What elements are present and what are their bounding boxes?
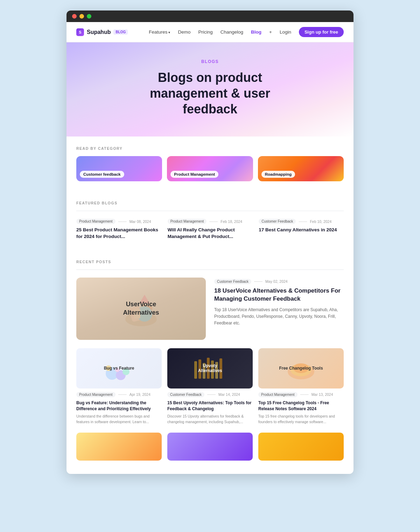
small-post-dash-1: —— <box>118 392 127 397</box>
bottom-thumb-grid <box>76 433 344 464</box>
featured-post-meta: Customer Feedback —— May 02, 2024 <box>214 279 344 284</box>
featured-post-title: 18 UserVoice Alternatives & Competitors … <box>214 287 344 303</box>
signup-button[interactable]: Sign up for free <box>299 27 344 37</box>
featured-dash-2: —— <box>209 219 218 224</box>
nav-blog[interactable]: Blog <box>251 29 261 35</box>
small-img-label-1: Bug vs Feature <box>101 366 137 371</box>
small-post-excerpt-1: Understand the difference between bugs a… <box>76 414 162 425</box>
small-post-date-2: Mar 14, 2024 <box>218 392 240 397</box>
small-post-meta-2: Customer Feedback —— Mar 14, 2024 <box>167 392 253 397</box>
featured-title-3: 17 Best Canny Alternatives in 2024 <box>259 227 344 233</box>
featured-big-post[interactable]: UserVoice Alternatives Customer Feedback… <box>76 278 344 340</box>
featured-item-1[interactable]: Product Management —— Mar 08, 2024 25 Be… <box>76 219 161 240</box>
small-post-title-2: 15 Best Upvoty Alternatives: Top Tools f… <box>167 400 253 412</box>
post-image-text: UserVoice Alternatives <box>123 300 159 317</box>
close-dot[interactable] <box>72 14 77 19</box>
small-post-date-1: Apr 19, 2024 <box>130 392 150 397</box>
featured-badge-1: Product Management <box>76 219 115 224</box>
nav-links: Features Demo Pricing Changelog Blog + L… <box>149 27 344 37</box>
featured-post-dash: —— <box>254 279 262 284</box>
small-img-label-2: Upvoty Alternatives <box>195 363 225 373</box>
browser-chrome <box>66 10 354 22</box>
bottom-thumb-2[interactable] <box>167 433 253 461</box>
category-card-feedback[interactable]: Customer feedback <box>76 156 162 181</box>
bottom-thumb-3[interactable] <box>258 433 344 461</box>
hero-label: BLOGS <box>76 59 344 64</box>
small-post-badge-1: Product Management <box>76 392 115 397</box>
category-section-label: READ BY CATEGORY <box>76 146 344 150</box>
hero-section: BLOGS Blogs on product management & user… <box>66 42 354 136</box>
category-bg-2: Product Management <box>167 156 253 181</box>
featured-post-badge: Customer Feedback <box>214 279 251 284</box>
recent-section: RECENT POSTS UserVoice Alternatives <box>66 250 354 474</box>
small-img-label-3: Free Changelog Tools <box>276 366 326 371</box>
featured-meta-3: Customer Feedback —— Feb 10, 2024 <box>259 219 344 224</box>
featured-item-2[interactable]: Product Management —— Feb 18, 2024 Will … <box>168 219 253 240</box>
small-post-meta-3: Product Management —— Mar 13, 2024 <box>258 392 344 397</box>
featured-grid: Product Management —— Mar 08, 2024 25 Be… <box>76 219 344 240</box>
featured-post-content: Customer Feedback —— May 02, 2024 18 Use… <box>214 278 344 327</box>
category-pill-3: Roadmapping <box>261 171 295 178</box>
small-post-img-2: Upvoty Alternatives <box>167 348 253 388</box>
featured-badge-2: Product Management <box>168 219 207 224</box>
featured-section: FEATURED BLOGS Product Management —— Mar… <box>66 191 354 250</box>
featured-section-label: FEATURED BLOGS <box>76 201 344 205</box>
featured-post-image: UserVoice Alternatives <box>76 278 206 340</box>
nav-badge: BLOG <box>113 29 128 35</box>
small-post-img-1: Bug vs Feature <box>76 348 162 388</box>
login-button[interactable]: Login <box>280 29 291 35</box>
minimize-dot[interactable] <box>79 14 84 19</box>
nav-pricing[interactable]: Pricing <box>198 29 212 35</box>
featured-post-date: May 02, 2024 <box>265 279 288 284</box>
small-post-img-3: Free Changelog Tools <box>258 348 344 388</box>
maximize-dot[interactable] <box>87 14 91 19</box>
nav-changelog[interactable]: Changelog <box>220 29 243 35</box>
small-post-3[interactable]: Free Changelog Tools Product Management … <box>258 348 344 425</box>
category-pill-2: Product Management <box>170 171 218 178</box>
nav-logo[interactable]: S Supahub BLOG <box>76 28 128 36</box>
category-bg-1: Customer feedback <box>76 156 162 181</box>
featured-divider <box>76 211 344 211</box>
featured-meta-2: Product Management —— Feb 18, 2024 <box>168 219 253 224</box>
bottom-thumb-1[interactable] <box>76 433 162 461</box>
featured-meta-1: Product Management —— Mar 08, 2024 <box>76 219 161 224</box>
recent-section-label: RECENT POSTS <box>76 260 344 264</box>
featured-title-2: Will AI Really Change Product Management… <box>168 227 253 240</box>
featured-item-3[interactable]: Customer Feedback —— Feb 10, 2024 17 Bes… <box>259 219 344 240</box>
recent-divider <box>76 270 344 270</box>
small-post-badge-3: Product Management <box>258 392 298 397</box>
category-card-product[interactable]: Product Management <box>167 156 253 181</box>
navbar: S Supahub BLOG Features Demo Pricing Cha… <box>66 22 354 42</box>
category-card-roadmap[interactable]: Roadmapping <box>258 156 344 181</box>
small-post-date-3: Mar 13, 2024 <box>312 392 333 397</box>
post-img-title: UserVoice Alternatives <box>123 300 159 317</box>
category-pill-1: Customer feedback <box>80 171 124 178</box>
nav-features[interactable]: Features <box>149 29 170 35</box>
featured-date-1: Mar 08, 2024 <box>130 219 151 224</box>
featured-title-1: 25 Best Product Management Books for 202… <box>76 227 161 240</box>
small-post-title-3: Top 15 Free Changelog Tools - Free Relea… <box>258 400 344 412</box>
small-post-excerpt-2: Discover 15 Upvoty alternatives for feed… <box>167 414 253 425</box>
featured-dash-1: —— <box>118 219 127 224</box>
logo-icon: S <box>76 28 84 36</box>
nav-demo[interactable]: Demo <box>178 29 190 35</box>
small-post-1[interactable]: Bug vs Feature Product Management —— Apr… <box>76 348 162 425</box>
small-post-excerpt-3: Top 15 free changelog tools for develope… <box>258 414 344 425</box>
small-post-title-1: Bug vs Feature: Understanding the Differ… <box>76 400 162 412</box>
featured-badge-3: Customer Feedback <box>259 219 296 224</box>
small-post-dash-2: —— <box>207 392 216 397</box>
hero-title: Blogs on product management & user feedb… <box>126 70 294 117</box>
featured-post-excerpt: Top 18 UserVoice Alternatives and Compet… <box>214 307 344 327</box>
small-post-dash-3: —— <box>300 392 309 397</box>
featured-date-2: Feb 18, 2024 <box>220 219 242 224</box>
category-section: READ BY CATEGORY Customer feedback Produ… <box>66 136 354 191</box>
category-bg-3: Roadmapping <box>258 156 344 181</box>
nav-plus[interactable]: + <box>269 29 272 35</box>
featured-date-3: Feb 10, 2024 <box>310 219 331 224</box>
small-post-grid: Bug vs Feature Product Management —— Apr… <box>76 348 344 425</box>
category-grid: Customer feedback Product Management Roa… <box>76 156 344 181</box>
logo-text: Supahub <box>87 29 111 35</box>
small-post-meta-1: Product Management —— Apr 19, 2024 <box>76 392 162 397</box>
small-post-2[interactable]: Upvoty Alternatives Customer Feedback ——… <box>167 348 253 425</box>
featured-dash-3: —— <box>299 219 307 224</box>
